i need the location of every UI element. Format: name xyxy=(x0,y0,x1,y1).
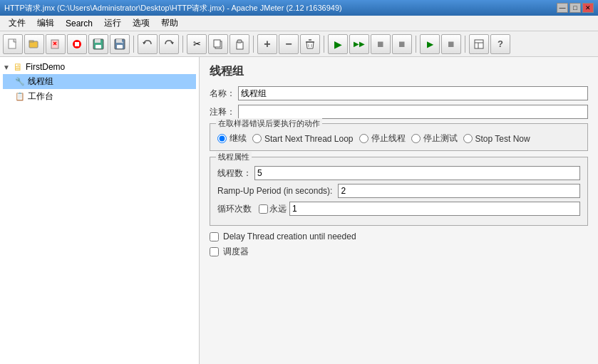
radio-stoptest-label: 停止测试 xyxy=(423,132,458,145)
svg-text:+: + xyxy=(121,40,124,44)
tree-item-firstdemo-label: FirstDemo xyxy=(26,62,65,72)
open-button[interactable] xyxy=(24,34,44,54)
error-options: 继续 Start Next Thread Loop 停止线程 停止测试 Stop… xyxy=(217,132,580,145)
menu-run[interactable]: 运行 xyxy=(98,16,127,31)
clear-button[interactable] xyxy=(300,34,320,54)
menu-file[interactable]: 文件 xyxy=(3,16,31,31)
props-panel: 线程组 名称： 注释： 在取样器错误后要执行的动作 继续 Start Next … xyxy=(200,57,598,364)
sep3 xyxy=(253,36,254,53)
menu-search[interactable]: Search xyxy=(60,17,98,30)
close-button[interactable]: ✕ xyxy=(582,3,594,13)
toolbar: + ✂ + − ▶ ▶▶ ⏹ ⏹ ▶ ⏹ ? xyxy=(0,31,598,57)
stop-now-button[interactable]: ⏹ xyxy=(392,34,412,54)
sep1 xyxy=(133,36,134,53)
svg-rect-13 xyxy=(117,45,123,48)
menu-edit[interactable]: 编辑 xyxy=(31,16,60,31)
run-button[interactable]: ▶ xyxy=(328,34,348,54)
scheduler-row: 调度器 xyxy=(210,246,588,258)
error-section: 在取样器错误后要执行的动作 继续 Start Next Thread Loop … xyxy=(210,123,588,151)
new-button[interactable] xyxy=(3,34,23,54)
radio-stopthread-label: 停止线程 xyxy=(371,132,406,145)
svg-rect-18 xyxy=(214,40,220,47)
tree-panel: ▼ 🖥 FirstDemo 🔧 线程组 📋 工作台 xyxy=(0,57,200,364)
svg-rect-25 xyxy=(475,40,483,48)
close-file-button[interactable] xyxy=(46,34,66,54)
radio-startnext-label: Start Next Thread Loop xyxy=(264,134,354,144)
tree-item-workbench[interactable]: 📋 工作台 xyxy=(3,89,196,104)
svg-rect-9 xyxy=(95,39,100,43)
radio-stop-test-now: Stop Test Now xyxy=(463,134,530,144)
comment-row: 注释： xyxy=(210,105,588,119)
loop-label: 循环次数 xyxy=(217,203,252,215)
cut-button[interactable]: ✂ xyxy=(187,34,207,54)
radio-stop-thread: 停止线程 xyxy=(359,132,406,145)
delay-checkbox[interactable] xyxy=(210,232,219,241)
radio-stopthread-input[interactable] xyxy=(359,134,368,143)
tree-item-firstdemo[interactable]: ▼ 🖥 FirstDemo xyxy=(3,60,196,74)
radio-stoptest-input[interactable] xyxy=(411,134,421,143)
saveas-button[interactable]: + xyxy=(110,34,130,54)
loop-count-input[interactable] xyxy=(289,202,580,216)
maximize-button[interactable]: □ xyxy=(569,3,581,13)
run-no-pause-button[interactable]: ▶▶ xyxy=(349,34,369,54)
sep5 xyxy=(416,36,416,53)
template-button[interactable] xyxy=(469,34,489,54)
workbench-icon: 📋 xyxy=(14,91,26,103)
svg-rect-20 xyxy=(237,40,242,43)
comment-input[interactable] xyxy=(238,105,588,119)
comment-label: 注释： xyxy=(210,106,235,118)
panel-title: 线程组 xyxy=(210,64,588,79)
radio-continue-input[interactable] xyxy=(217,134,227,143)
main-layout: ▼ 🖥 FirstDemo 🔧 线程组 📋 工作台 线程组 名称： 注释： 在取… xyxy=(0,57,598,364)
thread-count-label: 线程数： xyxy=(217,167,252,180)
error-section-title: 在取样器错误后要执行的动作 xyxy=(216,118,322,129)
window-controls[interactable]: — □ ✕ xyxy=(557,3,594,13)
redo-button[interactable] xyxy=(159,34,179,54)
save-button[interactable] xyxy=(88,34,108,54)
radio-stop-test: 停止测试 xyxy=(411,132,458,145)
remote-start-button[interactable]: ▶ xyxy=(420,34,440,54)
menu-help[interactable]: 帮助 xyxy=(155,16,184,31)
thread-section-title: 线程属性 xyxy=(216,152,252,162)
tree-item-workbench-label: 工作台 xyxy=(28,90,53,103)
remove-button[interactable]: − xyxy=(279,34,299,54)
thread-icon: 🔧 xyxy=(14,76,26,88)
titlebar: HTTP请求.jmx (C:\Users\Administrator\Deskt… xyxy=(0,0,598,16)
window-title: HTTP请求.jmx (C:\Users\Administrator\Deskt… xyxy=(4,3,557,14)
forever-checkbox[interactable] xyxy=(259,204,268,214)
rampup-input[interactable] xyxy=(338,184,580,198)
minimize-button[interactable]: — xyxy=(557,3,568,13)
help-button[interactable]: ? xyxy=(490,34,510,54)
sep2 xyxy=(182,36,183,53)
tree-item-threadgroup[interactable]: 🔧 线程组 xyxy=(3,74,196,89)
svg-rect-10 xyxy=(96,45,101,48)
folder-icon: 🖥 xyxy=(12,61,24,73)
thread-count-input[interactable] xyxy=(254,166,580,180)
forever-label: 永远 xyxy=(269,203,287,215)
stop-button[interactable]: ⏹ xyxy=(371,34,391,54)
stop-red-button[interactable] xyxy=(67,34,87,54)
add-button[interactable]: + xyxy=(257,34,277,54)
remote-stop-button[interactable]: ⏹ xyxy=(441,34,461,54)
menu-options[interactable]: 选项 xyxy=(127,16,155,31)
loop-row: 循环次数 永远 xyxy=(217,202,580,216)
radio-stopnow-input[interactable] xyxy=(463,134,473,143)
rampup-row: Ramp-Up Period (in seconds): xyxy=(217,184,580,198)
name-input[interactable] xyxy=(238,86,588,100)
undo-button[interactable] xyxy=(138,34,158,54)
radio-start-next: Start Next Thread Loop xyxy=(252,134,354,144)
radio-stopnow-label: Stop Test Now xyxy=(475,134,530,144)
paste-button[interactable] xyxy=(230,34,249,54)
thread-section: 线程属性 线程数： Ramp-Up Period (in seconds): 循… xyxy=(210,157,588,226)
tree-item-threadgroup-label: 线程组 xyxy=(28,76,53,88)
scheduler-checkbox[interactable] xyxy=(210,247,219,256)
svg-rect-2 xyxy=(29,41,33,42)
rampup-label: Ramp-Up Period (in seconds): xyxy=(217,186,332,196)
sep6 xyxy=(465,36,465,53)
name-label: 名称： xyxy=(210,88,235,100)
copy-button[interactable] xyxy=(208,34,228,54)
delay-row: Delay Thread creation until needed xyxy=(210,232,588,241)
menubar: 文件 编辑 Search 运行 选项 帮助 xyxy=(0,16,598,31)
radio-startnext-input[interactable] xyxy=(252,134,262,143)
radio-continue-label: 继续 xyxy=(230,132,247,145)
